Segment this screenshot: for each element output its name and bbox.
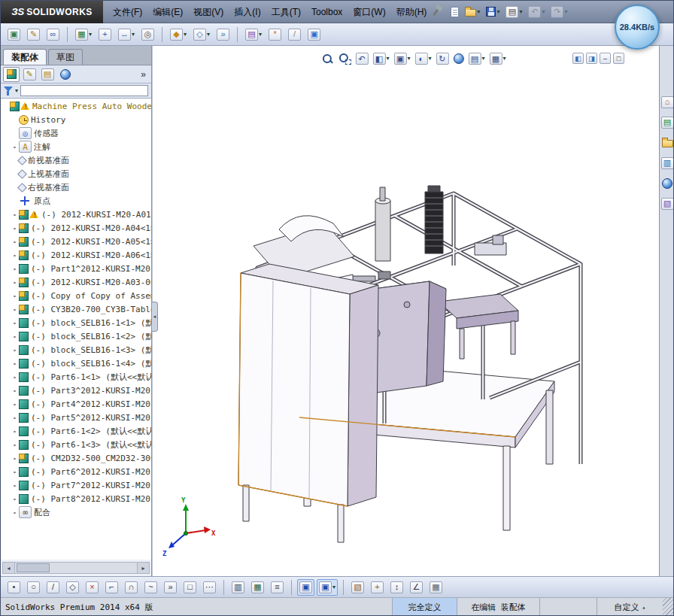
scroll-track[interactable] — [15, 563, 137, 573]
grid-snap-button[interactable]: ▦ — [427, 579, 445, 596]
reference-geometry-dropdown[interactable]: ▾ — [207, 32, 210, 38]
tree-item[interactable]: ▸(-) block_SELB16-1<2> (默认 — [1, 329, 151, 343]
resize-grip[interactable] — [663, 598, 674, 616]
interference-detection-button[interactable]: ▣ — [305, 26, 323, 43]
view-orientation-dropdown[interactable]: ▾ — [407, 56, 410, 62]
menu-insert[interactable]: 插入(I) — [229, 1, 266, 23]
line-button[interactable]: / — [44, 579, 62, 596]
tab-configurationmanager[interactable]: ▤ — [39, 67, 56, 82]
feature-tree-filter-input[interactable] — [20, 85, 148, 96]
sketch-picture-button[interactable]: ▧ — [349, 579, 366, 596]
polygon-button[interactable]: ◇ — [64, 579, 81, 596]
save-dropdown[interactable]: ▾ — [496, 9, 499, 15]
tree-expander-icon[interactable]: ▸ — [11, 144, 19, 150]
tree-expander-icon[interactable]: ▸ — [11, 320, 19, 326]
spline-button[interactable]: ~ — [142, 579, 159, 596]
tree-item[interactable]: 前视基准面 — [1, 153, 151, 167]
command-tab-0[interactable]: 装配体 — [3, 49, 47, 65]
trim-entities-button[interactable]: × — [83, 579, 101, 596]
tree-item[interactable]: ▸(-) 2012-KURSI-M20-A04<1> — [1, 221, 151, 235]
tree-item[interactable]: ▸(-) block_SELB16-1<3> (默认 — [1, 343, 151, 357]
sketch-display-dropdown[interactable]: ▾ — [332, 584, 335, 590]
arc-button[interactable]: ∩ — [123, 579, 140, 596]
tree-item[interactable]: 原点 — [1, 194, 151, 208]
redo-button[interactable]: ↷▾ — [549, 5, 569, 20]
vertical-dimension-button[interactable]: ↕ — [388, 579, 405, 596]
shaded-sketch-contours-button[interactable]: ▣ — [297, 579, 314, 596]
apply-scene-dropdown[interactable]: ▾ — [481, 56, 484, 62]
doc-window-right-button[interactable]: ◨ — [586, 53, 597, 64]
tree-expander-icon[interactable]: ▸ — [11, 428, 19, 435]
assembly-features-button[interactable]: ◆▾ — [168, 26, 189, 43]
undo-dropdown[interactable]: ▾ — [542, 9, 545, 15]
bill-of-materials-button[interactable]: ▤▾ — [243, 26, 264, 43]
tree-expander-icon[interactable]: ▸ — [11, 306, 19, 313]
tree-item[interactable]: ▸∞配合 — [1, 505, 151, 519]
tree-item[interactable]: ▸(-) Part6-1<2> (默认<<默认 — [1, 424, 151, 438]
show-hidden-components-button[interactable]: ◎ — [139, 26, 156, 43]
undo-button[interactable]: ↶▾ — [527, 5, 546, 20]
tree-item[interactable]: ▸(-) CY3B20-700_CY3B-Table- — [1, 302, 151, 316]
tree-expander-icon[interactable]: ▸ — [11, 252, 19, 259]
redo-dropdown[interactable]: ▾ — [564, 9, 567, 15]
tree-item[interactable]: ▸(-) Part7^2012-KURSI-M20-A — [1, 478, 151, 492]
offset-entities-button[interactable]: ≡ — [269, 579, 286, 596]
open-dropdown[interactable]: ▾ — [477, 9, 480, 15]
mirror-entities-button[interactable]: ▥ — [229, 579, 247, 596]
tree-item[interactable]: ▸(-) 2012-KURSI-M20-A05<1> — [1, 235, 151, 248]
display-style-button[interactable]: ◐▾ — [414, 52, 432, 65]
tree-item[interactable]: ▸(-) 2012-KURSI-M20-A01-0 — [1, 208, 151, 221]
explode-line-sketch-button[interactable]: / — [286, 26, 303, 43]
insert-components-button[interactable]: ▣ — [5, 26, 23, 43]
tab-displaymanager[interactable] — [57, 67, 74, 82]
tree-expander-icon[interactable]: ▸ — [11, 333, 19, 340]
filter-dropdown[interactable]: ▾ — [15, 88, 18, 94]
tree-expander-icon[interactable]: ▸ — [11, 266, 19, 272]
view-settings-button[interactable]: ▦▾ — [488, 52, 506, 65]
menu-view[interactable]: 视图(V) — [188, 1, 229, 23]
edit-appearance-button[interactable] — [452, 53, 464, 65]
modify-sketch-button[interactable]: + — [369, 579, 386, 596]
panel-collapse-handle[interactable]: ◂ — [152, 302, 158, 332]
doc-window-left-button[interactable]: ◧ — [572, 53, 584, 64]
rotate-view-button[interactable]: ↻ — [435, 52, 449, 65]
print-dropdown[interactable]: ▾ — [519, 9, 522, 15]
custom-status-dropdown[interactable]: 自定义 ▴ — [597, 598, 663, 616]
tree-expander-icon[interactable]: ▸ — [11, 293, 19, 299]
move-component-button[interactable]: ↔▾ — [116, 26, 137, 43]
graphics-viewport[interactable]: ↶◧▾▣▾◐▾↻▤▾▦▾ ◧◨–□ — [153, 46, 659, 576]
menu-pin-icon[interactable] — [433, 8, 439, 16]
new-document-button[interactable] — [449, 5, 460, 19]
tree-item[interactable]: ▸(-) CM2D32-500_CM2D32-300- — [1, 451, 151, 465]
linear-sketch-pattern-button[interactable]: ▦ — [249, 579, 266, 596]
corner-rectangle-button[interactable]: □ — [181, 579, 199, 596]
menu-toolbox[interactable]: Toolbox — [306, 1, 348, 23]
tree-item[interactable]: ▸A注解 — [1, 140, 151, 153]
tree-expander-icon[interactable]: ▸ — [11, 347, 19, 354]
scroll-thumb[interactable] — [17, 563, 50, 572]
view-settings-dropdown[interactable]: ▾ — [502, 56, 506, 62]
tree-expander-icon[interactable]: ▸ — [11, 279, 19, 286]
doc-minimize-button[interactable]: – — [600, 53, 611, 64]
tree-expander-icon[interactable]: ▸ — [11, 414, 19, 421]
smart-fasteners-button[interactable]: + — [96, 26, 114, 43]
tree-item[interactable]: ▸(-) 2012-KURSI-M20-A03-00 — [1, 275, 151, 289]
print-button[interactable]: ▤▾ — [504, 5, 524, 20]
tree-item[interactable]: ▸(-) Part4^2012-KURSI-M20-A — [1, 397, 151, 411]
tree-expander-icon[interactable]: ▸ — [11, 387, 19, 394]
custom-properties-button[interactable]: ▧ — [660, 196, 674, 211]
tree-expander-icon[interactable]: ▸ — [11, 360, 19, 367]
tree-item[interactable]: ▸(-) Part6-1<3> (默认<<默认 — [1, 438, 151, 451]
scroll-right-button[interactable]: ▸ — [137, 563, 149, 573]
tree-expander-icon[interactable]: ▸ — [11, 442, 19, 448]
section-view-dropdown[interactable]: ▾ — [386, 56, 389, 62]
bill-of-materials-dropdown[interactable]: ▾ — [259, 32, 262, 38]
tree-item[interactable]: ▸(-) Part8^2012-KURSI-M20-A — [1, 492, 151, 505]
menu-file[interactable]: 文件(F) — [108, 1, 147, 23]
view-palette-button[interactable]: ▥ — [660, 155, 674, 171]
tree-item[interactable]: ◎传感器 — [1, 126, 151, 140]
tree-expander-icon[interactable]: ▸ — [11, 509, 19, 516]
section-view-button[interactable]: ◧▾ — [372, 52, 390, 65]
linear-component-pattern-dropdown[interactable]: ▾ — [89, 32, 92, 38]
appearances-scenes-button[interactable] — [660, 175, 674, 191]
